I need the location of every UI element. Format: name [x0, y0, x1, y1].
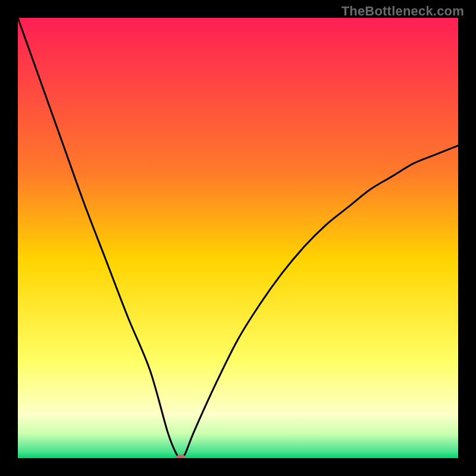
- plot-background: [18, 18, 458, 458]
- watermark-text: TheBottleneck.com: [342, 4, 464, 19]
- chart-frame: TheBottleneck.com: [0, 0, 476, 476]
- bottleneck-chart: [18, 18, 458, 458]
